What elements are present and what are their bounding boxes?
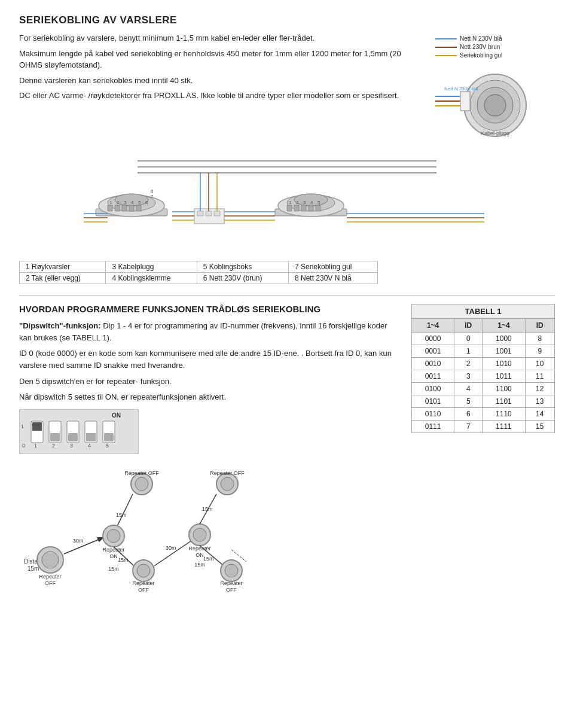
- wiring-svg: 1 2 3 4 5 6 7 8 1 2 3 4 5: [19, 149, 555, 251]
- cell-3-kabelplugg: 3 Kabelplugg: [106, 261, 197, 273]
- svg-text:15m: 15m: [194, 562, 205, 568]
- svg-point-3: [484, 95, 506, 116]
- table-cell: 6: [454, 408, 483, 421]
- svg-text:5: 5: [317, 200, 320, 205]
- dip-para-1: "Dipswitch"-funksjon: Dip 1 - 4 er for p…: [19, 320, 393, 344]
- svg-rect-16: [122, 205, 127, 211]
- svg-text:ON: ON: [196, 552, 204, 558]
- table-row: 01106111014: [412, 408, 555, 421]
- intro-para-3: Denne varsleren kan seriekobles med innt…: [19, 75, 423, 87]
- tabell1-title: TABELL 1: [411, 304, 555, 318]
- svg-text:15m: 15m: [28, 565, 39, 572]
- svg-point-90: [135, 477, 148, 491]
- table-row: 00113101111: [412, 370, 555, 383]
- table-cell: 7: [454, 421, 483, 433]
- svg-text:Repeater: Repeater: [220, 580, 242, 586]
- table-cell: 13: [525, 395, 554, 408]
- svg-rect-17: [129, 205, 134, 211]
- svg-rect-14: [108, 205, 112, 211]
- table-cell: 1110: [483, 408, 525, 421]
- table-cell: 15: [525, 421, 554, 433]
- svg-text:30m: 30m: [166, 545, 176, 551]
- table-cell: 0110: [412, 408, 454, 421]
- cell-2-tak: 2 Tak (eller vegg): [20, 273, 106, 284]
- dip-para-3: Den 5 dipswitch'en er for repeater- funk…: [19, 376, 393, 388]
- svg-text:4: 4: [310, 200, 313, 205]
- table-cell: 4: [454, 383, 483, 395]
- svg-rect-37: [309, 205, 313, 211]
- dip-para-4: Når dipswitch 5 settes til ON, er repeat…: [19, 391, 393, 403]
- svg-point-100: [137, 564, 150, 577]
- tabell1: 1~4 ID 1~4 ID 00000100080001110019001021…: [411, 318, 555, 433]
- tabell1-header-row: 1~4 ID 1~4 ID: [412, 319, 555, 333]
- svg-text:15m: 15m: [108, 566, 119, 572]
- svg-text:2: 2: [52, 443, 55, 449]
- cell-8-nett-bla: 8 Nett 230V N blå: [288, 273, 377, 284]
- svg-text:3: 3: [303, 200, 306, 205]
- detector-diagram-svg: Kabel-plugg Nett N 230V blå: [435, 60, 555, 138]
- svg-text:7: 7: [151, 194, 154, 199]
- table-cell: 2: [454, 358, 483, 370]
- svg-point-117: [225, 564, 238, 577]
- svg-text:Repeater OFF: Repeater OFF: [124, 470, 159, 476]
- table-cell: 1111: [483, 421, 525, 433]
- table-cell: 0100: [412, 383, 454, 395]
- dipswitch-diagram: ON 1 2 3 4 5 0 1: [19, 409, 139, 454]
- svg-text:5: 5: [106, 443, 109, 449]
- table-cell: 3: [454, 370, 483, 383]
- svg-rect-38: [316, 205, 320, 211]
- svg-point-93: [107, 529, 120, 543]
- svg-text:OFF: OFF: [138, 587, 149, 592]
- wiring-diagram: 1 2 3 4 5 6 7 8 1 2 3 4 5: [19, 149, 555, 252]
- table-row: 01015110113: [412, 395, 555, 408]
- table-cell: 0000: [412, 333, 454, 345]
- svg-text:8: 8: [151, 188, 154, 194]
- svg-text:1: 1: [289, 200, 292, 205]
- svg-point-82: [42, 552, 59, 568]
- table-cell: 0011: [412, 370, 454, 383]
- svg-text:3: 3: [70, 443, 73, 449]
- svg-text:Repeater: Repeater: [188, 546, 210, 552]
- svg-text:Nett N 230V blå: Nett N 230V blå: [444, 86, 478, 92]
- tabell1-col-1-4-a: 1~4: [412, 319, 454, 333]
- dip-para-2: ID 0 (kode 0000) er en kode som kan komm…: [19, 348, 393, 371]
- table-cell: 1011: [483, 370, 525, 383]
- intro-para-4: DC eller AC varme- /røykdetektorer fra P…: [19, 90, 423, 102]
- cell-7-seriekobling: 7 Seriekobling gul: [288, 261, 377, 273]
- intro-para-2: Maksimum lengde på kabel ved seriekoblin…: [19, 48, 423, 71]
- svg-text:ON: ON: [109, 553, 118, 559]
- svg-text:4: 4: [88, 443, 91, 449]
- cell-6-nett-brun: 6 Nett 230V (brun): [197, 273, 288, 284]
- table-cell: 8: [525, 333, 554, 345]
- cell-1-røykvarsler: 1 Røykvarsler: [20, 261, 106, 273]
- svg-text:OFF: OFF: [226, 587, 237, 592]
- table-cell: 0101: [412, 395, 454, 408]
- dipswitch-description: "Dipswitch"-funksjon: Dip 1 - 4 er for p…: [19, 320, 393, 403]
- table-cell: 0: [454, 333, 483, 345]
- svg-text:ON: ON: [112, 412, 121, 419]
- tabell1-col-id-a: ID: [454, 319, 483, 333]
- svg-rect-18: [136, 205, 141, 211]
- table-cell: 0010: [412, 358, 454, 370]
- table-cell: 5: [454, 395, 483, 408]
- table-cell: 9: [525, 345, 554, 358]
- svg-rect-66: [50, 433, 60, 441]
- svg-text:Kabel-plugg: Kabel-plugg: [481, 130, 509, 136]
- tabell1-section: TABELL 1 1~4 ID 1~4 ID 00000100080001110…: [411, 304, 555, 593]
- svg-text:Repeater: Repeater: [132, 580, 154, 586]
- svg-text:5: 5: [138, 200, 141, 205]
- svg-rect-75: [104, 433, 114, 441]
- table-row: 0000010008: [412, 333, 555, 345]
- label-seriekobling-gul: Seriekobling gul: [460, 52, 502, 59]
- intro-text-block: For seriekobling av varslere, benytt min…: [19, 32, 423, 138]
- tabell1-col-1-4-b: 1~4: [483, 319, 525, 333]
- label-nett-n-230v-bla: Nett N 230V blå: [460, 35, 502, 42]
- svg-text:3: 3: [124, 200, 127, 205]
- svg-text:6: 6: [145, 200, 148, 205]
- svg-point-112: [221, 477, 234, 491]
- svg-text:15m: 15m: [116, 512, 127, 518]
- svg-text:1: 1: [34, 443, 37, 449]
- connector-diagram: Nett N 230V blå Nett 230V brun Seriekobl…: [435, 32, 555, 138]
- table-row: 1 Røykvarsler 3 Kabelplugg 5 Koblingsbok…: [20, 261, 378, 273]
- svg-rect-35: [294, 205, 299, 211]
